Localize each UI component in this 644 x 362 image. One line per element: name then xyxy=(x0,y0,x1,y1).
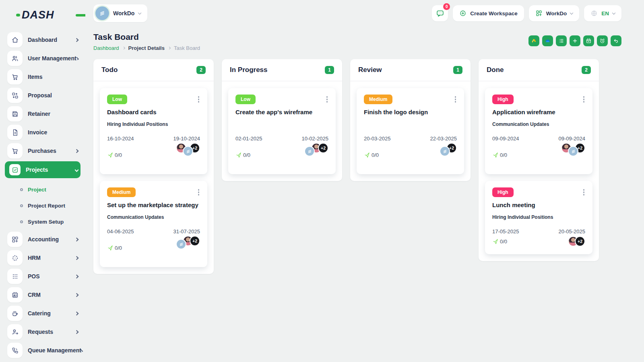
avatar-more-badge[interactable]: +2 xyxy=(575,236,585,247)
avatar-more-badge[interactable]: +2 xyxy=(190,236,200,246)
breadcrumb-project-details-link[interactable]: Project Details xyxy=(128,45,165,51)
column-count-badge: 1 xyxy=(325,66,334,74)
chevron-right-icon xyxy=(75,149,79,153)
sidebar-item-label: CRM xyxy=(28,292,75,298)
task-card[interactable]: Low Create the app's wireframe 02-01-202… xyxy=(228,88,336,174)
brand-logo[interactable]: DASH xyxy=(22,9,85,21)
sidebar-item-purchases[interactable]: Purchases xyxy=(5,143,80,159)
language-code: EN xyxy=(601,10,609,16)
bullet-icon xyxy=(20,188,23,191)
sidebar-item-queue-management[interactable]: Queue Management xyxy=(5,342,80,358)
end-date: 10-02-2025 xyxy=(302,136,329,142)
card-menu-button[interactable] xyxy=(454,95,457,104)
messages-count: 0/0 xyxy=(115,245,122,251)
sidebar-item-crm[interactable]: CRM xyxy=(5,287,80,303)
sidebar-item-dashboard[interactable]: Dashboard xyxy=(5,32,80,48)
send-icon xyxy=(107,152,113,158)
sidebar-item-pos[interactable]: POS xyxy=(5,268,80,284)
back-button[interactable] xyxy=(611,35,621,46)
avatar-more-badge[interactable]: +2 xyxy=(318,143,328,153)
sidebar-subitem-project[interactable]: Project xyxy=(5,181,80,197)
breadcrumb-dashboard-link[interactable]: Dashboard xyxy=(93,45,119,51)
app-window: DASH Dashboard User Management xyxy=(0,0,644,362)
sidebar-item-requests[interactable]: Requests xyxy=(5,324,80,340)
onedrive-icon xyxy=(545,38,551,44)
sidebar-item-catering[interactable]: Catering xyxy=(5,305,80,321)
back-icon xyxy=(613,38,619,44)
send-icon xyxy=(492,152,498,158)
sidebar-item-retainer[interactable]: Retainer xyxy=(5,106,80,122)
messages-count: 0/0 xyxy=(243,152,250,158)
start-date: 16-10-2024 xyxy=(107,136,134,142)
task-card[interactable]: Medium Finish the logo design 20-03-2025… xyxy=(357,88,464,174)
workspace-selector[interactable]: WorkDo xyxy=(93,4,147,22)
cart-icon xyxy=(7,69,23,84)
timer-button[interactable] xyxy=(597,35,608,46)
workdo-menu-button[interactable]: WorkDo xyxy=(529,5,580,21)
sidebar-item-user-management[interactable]: User Management xyxy=(5,50,80,66)
sidebar-subitem-label: System Setup xyxy=(28,219,64,225)
start-date: 04-06-2025 xyxy=(107,228,134,234)
task-card[interactable]: Low Dashboard cards Hiring Individual Po… xyxy=(100,88,207,174)
home-icon xyxy=(7,32,23,47)
list-view-button[interactable] xyxy=(556,35,567,46)
avatar-group: +2 xyxy=(176,143,200,167)
task-milestone: Hiring Individual Positions xyxy=(107,121,200,127)
sidebar-subitem-project-report[interactable]: Project Report xyxy=(5,197,80,214)
task-card[interactable]: High Lunch meeting Hiring Individual Pos… xyxy=(485,181,592,254)
onedrive-button[interactable] xyxy=(542,35,553,46)
column-review: Review 1 Medium Finish the logo design 2… xyxy=(350,59,471,181)
sidebar-nav: Dashboard User Management Items xyxy=(0,32,85,358)
cart-icon xyxy=(7,143,23,158)
user-plus-icon xyxy=(7,324,23,339)
board-toolbar xyxy=(528,35,621,46)
sidebar-item-proposal[interactable]: Proposal xyxy=(5,87,80,103)
sidebar-item-items[interactable]: Items xyxy=(5,69,80,85)
sidebar-item-accounting[interactable]: Accounting xyxy=(5,231,80,247)
column-done: Done 2 High Application wireframe Commun… xyxy=(479,59,599,261)
dots-grid-icon xyxy=(7,269,23,284)
chevron-right-icon xyxy=(75,274,79,278)
chevron-right-icon xyxy=(75,38,79,42)
chevron-right-icon xyxy=(75,256,79,260)
task-title: Finish the logo design xyxy=(364,109,457,115)
create-workspace-button[interactable]: Create Workspace xyxy=(453,5,524,21)
chevron-down-icon xyxy=(570,11,573,14)
card-menu-button[interactable] xyxy=(582,95,586,104)
language-selector[interactable]: EN xyxy=(584,5,621,21)
column-body: Low Dashboard cards Hiring Individual Po… xyxy=(93,81,214,274)
avatar-workdo-logo xyxy=(440,146,450,156)
calendar-button[interactable] xyxy=(583,35,594,46)
chevron-right-icon xyxy=(75,293,79,297)
card-menu-button[interactable] xyxy=(326,95,329,104)
chevron-down-icon xyxy=(75,168,79,172)
task-card[interactable]: High Application wireframe Communication… xyxy=(485,88,592,174)
sidebar-item-hrm[interactable]: HRM xyxy=(5,250,80,266)
sidebar-item-label: Purchases xyxy=(28,148,75,154)
grid-plus-icon xyxy=(7,232,23,247)
checkbox-icon xyxy=(9,164,21,175)
google-drive-button[interactable] xyxy=(528,35,539,46)
messages-count: 0/0 xyxy=(500,239,507,245)
card-menu-button[interactable] xyxy=(197,95,200,104)
sidebar-item-label: Dashboard xyxy=(28,37,75,43)
sidebar-subitem-system-setup[interactable]: System Setup xyxy=(5,214,80,230)
sidebar-item-invoice[interactable]: Invoice xyxy=(5,124,80,140)
add-task-button[interactable] xyxy=(570,35,580,46)
priority-badge: Low xyxy=(107,95,127,104)
create-workspace-label: Create Workspace xyxy=(470,10,518,16)
messages-button[interactable]: 0 xyxy=(432,5,448,21)
column-body: High Application wireframe Communication… xyxy=(479,81,599,261)
sidebar-item-projects[interactable]: Projects xyxy=(5,161,80,178)
task-card[interactable]: Medium Set up the marketplace strategy C… xyxy=(100,181,207,267)
messages-count: 0/0 xyxy=(372,152,379,158)
end-date: 20-05-2025 xyxy=(559,228,586,234)
google-drive-icon xyxy=(531,38,537,44)
task-messages: 0/0 xyxy=(364,152,379,158)
column-title: In Progress xyxy=(230,66,268,74)
card-menu-button[interactable] xyxy=(582,187,586,197)
column-todo: Todo 2 Low Dashboard cards Hiring Indivi… xyxy=(93,59,214,274)
card-menu-button[interactable] xyxy=(197,187,200,197)
list-icon xyxy=(558,38,564,44)
plus-circle-icon xyxy=(459,10,466,17)
